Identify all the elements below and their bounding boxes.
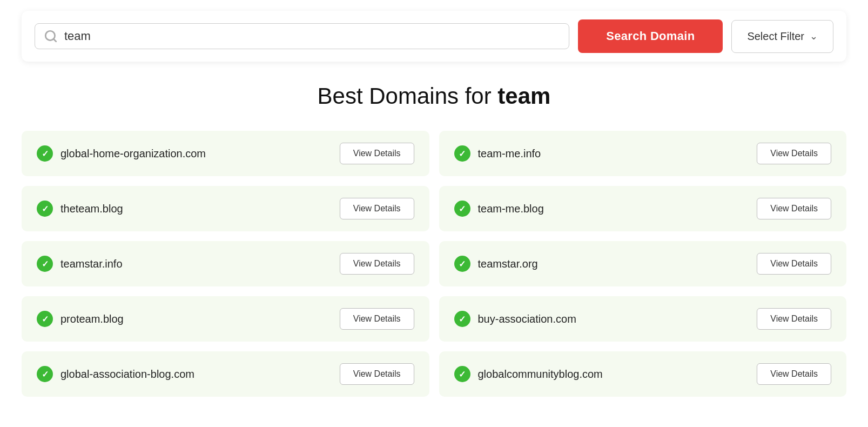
available-check-icon (454, 256, 470, 272)
view-details-button[interactable]: View Details (340, 308, 414, 330)
domain-left: team-me.blog (454, 201, 544, 217)
view-details-button[interactable]: View Details (757, 143, 831, 164)
view-details-button[interactable]: View Details (757, 308, 831, 330)
domain-left: global-association-blog.com (37, 366, 194, 382)
domain-card: proteam.blogView Details (22, 296, 429, 342)
available-check-icon (454, 145, 470, 162)
domain-name: teamstar.org (478, 258, 538, 270)
view-details-button[interactable]: View Details (757, 253, 831, 275)
domain-card: theteam.blogView Details (22, 186, 429, 231)
available-check-icon (454, 311, 470, 327)
domain-card: global-home-organization.comView Details (22, 131, 429, 176)
domain-name: team-me.blog (478, 203, 544, 215)
domain-name: teamstar.info (60, 258, 123, 270)
view-details-button[interactable]: View Details (340, 253, 414, 275)
domain-left: global-home-organization.com (37, 145, 206, 162)
domain-left: theteam.blog (37, 201, 123, 217)
select-filter-button[interactable]: Select Filter ⌄ (731, 20, 833, 53)
domain-left: teamstar.info (37, 256, 123, 272)
domain-card: teamstar.infoView Details (22, 241, 429, 286)
view-details-button[interactable]: View Details (340, 198, 414, 219)
available-check-icon (454, 366, 470, 382)
chevron-down-icon: ⌄ (810, 30, 818, 42)
domain-left: buy-association.com (454, 311, 576, 327)
available-check-icon (37, 145, 53, 162)
domain-name: theteam.blog (60, 203, 123, 215)
available-check-icon (37, 366, 53, 382)
domain-name: global-home-organization.com (60, 148, 206, 160)
view-details-button[interactable]: View Details (340, 363, 414, 385)
view-details-button[interactable]: View Details (757, 363, 831, 385)
view-details-button[interactable]: View Details (757, 198, 831, 219)
view-details-button[interactable]: View Details (340, 143, 414, 164)
domain-card: team-me.infoView Details (439, 131, 847, 176)
domain-left: proteam.blog (37, 311, 124, 327)
domain-name: globalcommunityblog.com (478, 368, 603, 381)
domain-card: globalcommunityblog.comView Details (439, 351, 847, 397)
domain-card: teamstar.orgView Details (439, 241, 847, 286)
domain-name: proteam.blog (60, 313, 124, 325)
heading-prefix: Best Domains for (318, 83, 498, 109)
available-check-icon (37, 311, 53, 327)
search-bar: Search Domain Select Filter ⌄ (22, 11, 846, 62)
svg-line-1 (53, 39, 56, 42)
page-heading: Best Domains for team (22, 83, 846, 109)
available-check-icon (37, 201, 53, 217)
domain-card: global-association-blog.comView Details (22, 351, 429, 397)
domain-card: team-me.blogView Details (439, 186, 847, 231)
domain-name: team-me.info (478, 148, 541, 160)
domains-grid: global-home-organization.comView Details… (22, 131, 846, 397)
select-filter-label: Select Filter (747, 30, 804, 43)
domain-left: globalcommunityblog.com (454, 366, 603, 382)
search-domain-button[interactable]: Search Domain (578, 19, 723, 53)
available-check-icon (454, 201, 470, 217)
domain-left: team-me.info (454, 145, 541, 162)
search-input[interactable] (64, 29, 560, 43)
domain-name: global-association-blog.com (60, 368, 194, 381)
domain-name: buy-association.com (478, 313, 576, 325)
available-check-icon (37, 256, 53, 272)
search-input-wrapper (35, 23, 569, 49)
search-icon (44, 29, 58, 43)
domain-left: teamstar.org (454, 256, 538, 272)
heading-keyword: team (497, 83, 550, 109)
domain-card: buy-association.comView Details (439, 296, 847, 342)
